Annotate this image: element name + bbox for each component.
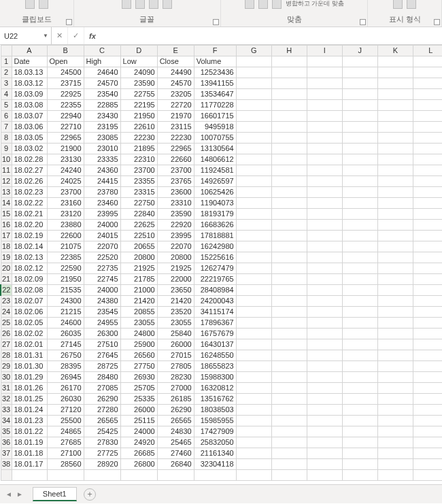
cell[interactable]: 24830 bbox=[157, 426, 194, 437]
cell[interactable] bbox=[377, 89, 413, 100]
cell[interactable]: 22710 bbox=[47, 122, 84, 133]
cell[interactable] bbox=[377, 154, 413, 165]
cell[interactable] bbox=[271, 176, 307, 187]
cell[interactable]: 17818881 bbox=[194, 231, 236, 241]
cell[interactable] bbox=[47, 470, 84, 481]
cell[interactable]: 24865 bbox=[47, 426, 84, 437]
col-header-L[interactable]: L bbox=[413, 46, 442, 56]
cell[interactable]: 27085 bbox=[84, 383, 120, 394]
cell[interactable] bbox=[342, 78, 377, 89]
cell[interactable] bbox=[236, 252, 271, 263]
cell[interactable] bbox=[413, 448, 442, 459]
cell[interactable]: 23310 bbox=[157, 198, 194, 209]
cell[interactable] bbox=[236, 78, 271, 89]
cell[interactable]: 22610 bbox=[120, 122, 157, 133]
cell[interactable]: 28408984 bbox=[194, 285, 236, 296]
row-header[interactable]: 3 bbox=[1, 78, 12, 89]
cell[interactable]: 22920 bbox=[157, 220, 194, 231]
cell[interactable]: 23205 bbox=[157, 89, 194, 100]
cell[interactable] bbox=[342, 459, 377, 470]
cell[interactable] bbox=[307, 263, 342, 274]
cell[interactable]: 11770228 bbox=[194, 100, 236, 111]
cell[interactable]: 27830 bbox=[84, 437, 120, 448]
cell[interactable] bbox=[377, 252, 413, 263]
cell[interactable]: 22195 bbox=[120, 100, 157, 111]
cell[interactable] bbox=[342, 144, 377, 154]
cell[interactable]: 27100 bbox=[47, 448, 84, 459]
cell[interactable] bbox=[377, 263, 413, 274]
cell[interactable] bbox=[120, 470, 157, 481]
cell[interactable] bbox=[236, 144, 271, 154]
cell[interactable]: 24200043 bbox=[194, 296, 236, 307]
cell[interactable] bbox=[377, 285, 413, 296]
cell[interactable] bbox=[377, 144, 413, 154]
cell[interactable] bbox=[377, 296, 413, 307]
cell[interactable]: 22385 bbox=[47, 252, 84, 263]
cell[interactable] bbox=[342, 394, 377, 405]
cell[interactable] bbox=[307, 383, 342, 394]
cell[interactable] bbox=[377, 448, 413, 459]
cell[interactable] bbox=[413, 144, 442, 154]
cell[interactable] bbox=[377, 78, 413, 89]
col-header-F[interactable]: F bbox=[194, 46, 236, 56]
cell[interactable]: 28230 bbox=[157, 372, 194, 383]
cell[interactable]: 26000 bbox=[120, 405, 157, 416]
row-header[interactable]: 28 bbox=[1, 350, 12, 361]
cell[interactable]: 18038503 bbox=[194, 405, 236, 416]
cell[interactable] bbox=[307, 187, 342, 198]
dialog-launcher-icon[interactable] bbox=[213, 19, 219, 25]
cell[interactable]: 22510 bbox=[120, 231, 157, 241]
cell[interactable] bbox=[271, 448, 307, 459]
cell[interactable]: 23880 bbox=[47, 220, 84, 231]
col-header-K[interactable]: K bbox=[377, 46, 413, 56]
cell[interactable] bbox=[236, 176, 271, 187]
cell[interactable]: 18.02.13 bbox=[12, 252, 47, 263]
cell[interactable] bbox=[413, 383, 442, 394]
cell[interactable]: 23700 bbox=[120, 165, 157, 176]
cell[interactable] bbox=[413, 318, 442, 329]
cell[interactable]: Date bbox=[12, 56, 47, 67]
cell[interactable] bbox=[236, 56, 271, 67]
cell[interactable] bbox=[413, 459, 442, 470]
cell[interactable] bbox=[271, 405, 307, 416]
cell[interactable]: 23520 bbox=[157, 307, 194, 318]
row-header[interactable]: 15 bbox=[1, 209, 12, 220]
cell[interactable]: 21075 bbox=[47, 241, 84, 252]
cell[interactable] bbox=[271, 329, 307, 339]
cell[interactable]: 18.03.02 bbox=[12, 144, 47, 154]
cell[interactable]: 26290 bbox=[157, 405, 194, 416]
dialog-launcher-icon[interactable] bbox=[434, 19, 440, 25]
cell[interactable]: 26750 bbox=[47, 350, 84, 361]
cell[interactable] bbox=[413, 470, 442, 481]
cell[interactable] bbox=[377, 67, 413, 78]
cell[interactable]: 26840 bbox=[157, 459, 194, 470]
cell[interactable]: 28725 bbox=[84, 361, 120, 372]
cell[interactable]: 16757679 bbox=[194, 329, 236, 339]
cell[interactable] bbox=[413, 220, 442, 231]
cell[interactable]: 25832050 bbox=[194, 437, 236, 448]
cell[interactable] bbox=[236, 437, 271, 448]
cell[interactable]: 18.02.05 bbox=[12, 318, 47, 329]
row-header[interactable]: 11 bbox=[1, 165, 12, 176]
cell[interactable]: 18.01.26 bbox=[12, 383, 47, 394]
cell[interactable] bbox=[377, 437, 413, 448]
cell[interactable] bbox=[307, 56, 342, 67]
cell[interactable] bbox=[342, 220, 377, 231]
add-sheet-button[interactable]: ＋ bbox=[84, 488, 96, 501]
cell[interactable] bbox=[271, 111, 307, 122]
cell[interactable] bbox=[236, 372, 271, 383]
cell[interactable]: 21950 bbox=[47, 274, 84, 285]
cell[interactable]: 18.02.08 bbox=[12, 285, 47, 296]
cell[interactable] bbox=[413, 187, 442, 198]
cell[interactable] bbox=[236, 111, 271, 122]
cell[interactable]: 21970 bbox=[157, 111, 194, 122]
cell[interactable]: 18.02.14 bbox=[12, 241, 47, 252]
cell[interactable] bbox=[342, 111, 377, 122]
cell[interactable]: 23335 bbox=[84, 154, 120, 165]
cell[interactable]: Close bbox=[157, 56, 194, 67]
cell[interactable]: 27000 bbox=[157, 383, 194, 394]
cell[interactable] bbox=[342, 350, 377, 361]
cell[interactable]: 23545 bbox=[84, 307, 120, 318]
row-header[interactable]: 29 bbox=[1, 361, 12, 372]
cell[interactable]: 26560 bbox=[120, 350, 157, 361]
